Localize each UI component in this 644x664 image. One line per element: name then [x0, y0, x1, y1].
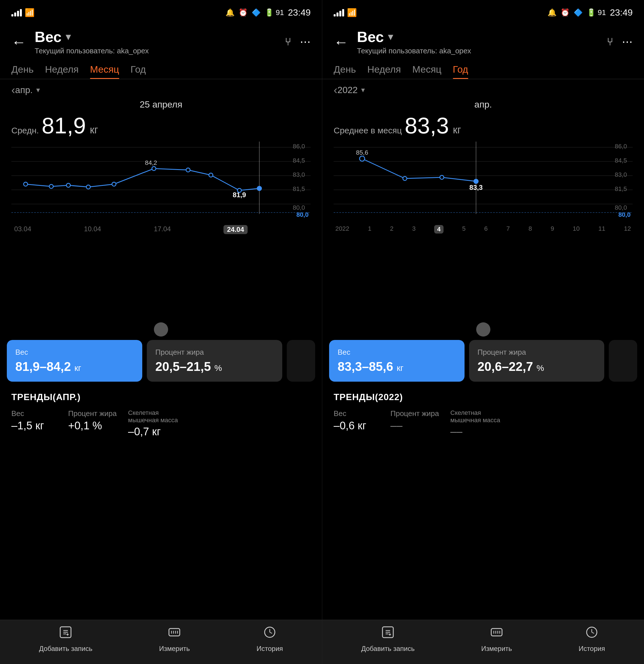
scroll-dot-2[interactable] [476, 323, 490, 336]
tab-day-1[interactable]: День [12, 64, 34, 79]
card-weight-2[interactable]: Вес 83,3–85,6 кг [329, 340, 465, 382]
tab-week-2[interactable]: Неделя [367, 64, 401, 79]
nav-history-label-1: История [256, 645, 283, 652]
stats-label-2: Среднее в месяц [334, 126, 402, 136]
dot-8 [209, 173, 213, 177]
baseline-label-1: 80,0 [297, 211, 309, 218]
x-label-4: 4 [434, 225, 443, 233]
card-weight-1[interactable]: Вес 81,9–84,2 кг [7, 340, 142, 382]
card-extra-2[interactable] [609, 340, 637, 382]
dot-2-3 [440, 175, 444, 179]
tab-week-1[interactable]: Неделя [45, 64, 79, 79]
nav-history-2[interactable]: История [579, 626, 605, 652]
stats-area-1: Средн. 81,9 кг [0, 110, 322, 139]
dot-5 [112, 182, 116, 186]
back-button-1[interactable]: ← [12, 34, 26, 50]
trend-muscle-value-1: –0,7 кг [128, 426, 178, 438]
measure-icon-2 [490, 626, 503, 642]
card-extra-1[interactable] [287, 340, 315, 382]
y-label-2-2: 84,5 [615, 157, 627, 164]
dot-1 [24, 182, 27, 186]
x-label-11: 11 [598, 225, 605, 233]
title-dropdown-icon-2[interactable]: ▼ [386, 32, 395, 42]
tab-year-2[interactable]: Год [453, 64, 468, 79]
header-title-block-1: Вес ▼ Текущий пользователь: aka_орех [35, 28, 279, 55]
stats-unit-1: кг [90, 124, 98, 136]
period-prev-2[interactable]: ‹ [334, 84, 337, 97]
card-fat-2[interactable]: Процент жира 20,6–22,7 % [469, 340, 605, 382]
trend-weight-2: Вес –0,6 кг [334, 409, 379, 438]
svg-rect-20 [491, 628, 502, 636]
trends-row-2: Вес –0,6 кг Процент жира –– Скелетнаямыш… [334, 409, 632, 438]
period-dropdown-icon-2: ▼ [360, 86, 366, 94]
period-label-1[interactable]: апр. ▼ [15, 85, 41, 95]
period-prev-1[interactable]: ‹ [12, 84, 15, 97]
share-icon-2[interactable]: ⑂ [607, 36, 613, 48]
nav-add-record-1[interactable]: Добавить запись [39, 626, 92, 652]
page-title-2: Вес ▼ [357, 28, 601, 45]
header-subtitle-1: Текущий пользователь: aka_орех [35, 46, 279, 55]
chart-container-2: 86,0 84,5 83,0 81,5 80,0 80,0 85,6 83,3 [322, 139, 644, 318]
dot-9 [237, 188, 241, 192]
x-label-6: 6 [484, 225, 487, 233]
date-display-2: апр. [322, 97, 644, 110]
tab-year-1[interactable]: Год [130, 64, 146, 79]
trend-fat-label-1: Процент жира [68, 409, 117, 418]
trend-fat-value-1: +0,1 % [68, 420, 117, 432]
header-subtitle-2: Текущий пользователь: aka_орех [357, 46, 601, 55]
x-label-2404: 24.04 [223, 225, 247, 234]
more-icon-1[interactable]: ⋯ [300, 36, 310, 48]
x-label-3: 3 [412, 225, 416, 233]
card-value-fat-1: 20,5–21,5 % [155, 359, 274, 374]
val-label-833: 83,3 [469, 184, 483, 191]
alarm-icon-2: ⏰ [561, 8, 570, 17]
scroll-dot-1[interactable] [154, 323, 168, 336]
trends-section-2: ТРЕНДЫ(2022) Вес –0,6 кг Процент жира ––… [322, 382, 644, 443]
nav-add-record-2[interactable]: Добавить запись [361, 626, 415, 652]
card-title-weight-2: Вес [338, 348, 456, 357]
screens-container: 📶 🔔 ⏰ 🔷 🔋 91 23:49 ← Вес ▼ Текущий польз… [0, 0, 644, 664]
card-value-weight-1: 81,9–84,2 кг [15, 359, 134, 374]
trend-weight-value-1: –1,5 кг [12, 420, 57, 432]
period-label-2[interactable]: 2022 ▼ [337, 85, 366, 95]
stats-area-2: Среднее в месяц 83,3 кг [322, 110, 644, 139]
more-icon-2[interactable]: ⋯ [622, 36, 632, 48]
y-label-2-5: 80,0 [615, 204, 627, 211]
screen-month: 📶 🔔 ⏰ 🔷 🔋 91 23:49 ← Вес ▼ Текущий польз… [0, 0, 322, 664]
tab-month-2[interactable]: Месяц [412, 64, 442, 79]
share-icon-1[interactable]: ⑂ [285, 36, 291, 48]
period-selector-1: ‹ апр. ▼ [0, 79, 322, 97]
history-icon-1 [263, 626, 276, 642]
card-fat-1[interactable]: Процент жира 20,5–21,5 % [147, 340, 282, 382]
y-label-2-4: 81,5 [615, 185, 627, 192]
nav-add-record-label-2: Добавить запись [361, 645, 415, 652]
add-record-icon-2 [381, 626, 395, 642]
y-label-5: 80,0 [293, 204, 305, 211]
time-display-1: 23:49 [288, 7, 310, 18]
notification-icon-1: 🔔 [225, 8, 235, 17]
screen-year: 📶 🔔 ⏰ 🔷 🔋 91 23:49 ← Вес ▼ Текущий польз… [322, 0, 644, 664]
tab-month-1[interactable]: Месяц [90, 64, 119, 79]
card-title-weight-1: Вес [15, 348, 134, 357]
nav-measure-2[interactable]: Измерить [481, 626, 512, 652]
title-dropdown-icon-1[interactable]: ▼ [64, 32, 73, 42]
header-icons-2: ⑂ ⋯ [607, 36, 632, 48]
back-button-2[interactable]: ← [334, 34, 348, 50]
x-label-2022: 2022 [335, 225, 349, 233]
tab-day-2[interactable]: День [334, 64, 356, 79]
nav-add-record-label-1: Добавить запись [39, 645, 92, 652]
trend-weight-1: Вес –1,5 кг [12, 409, 57, 438]
y-label-1: 86,0 [293, 143, 305, 150]
chart-svg-2: 86,0 84,5 83,0 81,5 80,0 80,0 85,6 83,3 [334, 142, 632, 227]
trend-weight-value-2: –0,6 кг [334, 420, 379, 432]
header-1: ← Вес ▼ Текущий пользователь: aka_орех ⑂… [0, 23, 322, 58]
nav-history-label-2: История [579, 645, 605, 652]
dot-6 [152, 167, 156, 170]
alarm-icon-1: ⏰ [239, 8, 248, 17]
status-bar-right-1: 🔔 ⏰ 🔷 🔋 91 23:49 [225, 7, 310, 18]
x-label-12: 12 [624, 225, 631, 233]
chart-svg-1: 86,0 84,5 83,0 81,5 80,0 80,0 84,2 81,9 [12, 142, 310, 227]
nav-history-1[interactable]: История [256, 626, 283, 652]
history-icon-2 [585, 626, 598, 642]
nav-measure-1[interactable]: Измерить [159, 626, 190, 652]
